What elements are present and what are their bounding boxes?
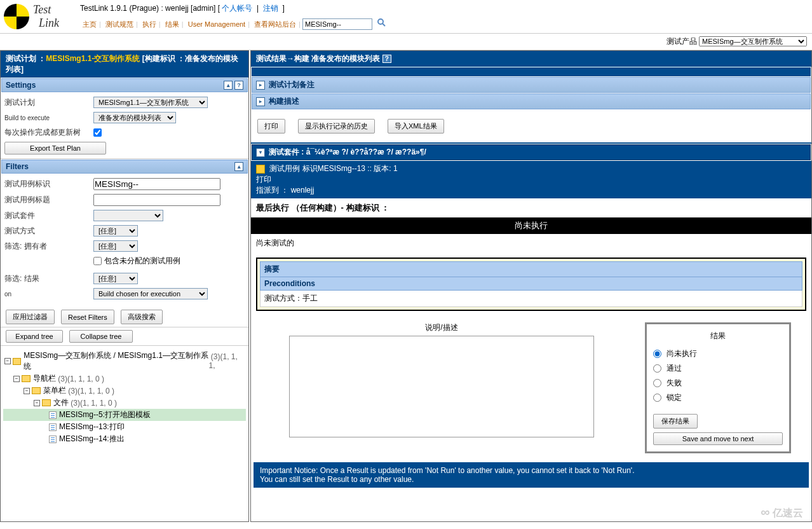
result-notrun-radio[interactable] [653,350,661,358]
print-button[interactable]: 打印 [257,119,285,134]
result-box: 结果 尚未执行 通过 失败 锁定 保存结果 Save and move to n… [645,322,791,453]
tree-leaf-5[interactable]: MESISmg--5:打开地图模板 [3,409,246,421]
logo-text: Test Link [33,3,59,30]
result-block-radio[interactable] [653,394,661,402]
save-result-button[interactable]: 保存结果 [653,414,698,429]
tree-toggle-icon[interactable]: − [4,358,11,364]
tree-root[interactable]: − MESISmg—交互制作系统 / MESISmg1.1—交互制作系统 (3)… [3,350,246,373]
tree-toggle-icon[interactable]: − [34,400,40,406]
plan-notes-bar[interactable]: ▸ 测试计划备注 [252,77,811,93]
tree-nav[interactable]: − 导航栏 (3)(1, 1, 1, 0 ) [3,373,246,385]
search-input[interactable] [302,18,372,30]
svg-point-0 [378,19,383,24]
nav-home[interactable]: 主页 [83,20,97,28]
not-run-bar: 尚未执行 [251,217,811,234]
folder-icon [13,358,22,365]
export-test-plan-button[interactable]: Export Test Plan [4,142,106,155]
advanced-search-button[interactable]: 高级搜索 [121,310,163,324]
import-xml-button[interactable]: 导入XML结果 [388,119,444,134]
precond-header: Preconditions [261,277,802,291]
tree-leaf-13[interactable]: MESISmg--13:打印 [3,421,246,433]
last-exec-title: 最后执行 （任何构建）- 构建标识 ： [251,198,811,217]
testcase-icon [256,165,265,174]
suite-label: 测试套件 [4,210,93,221]
result-filter-select[interactable]: [任意] [93,273,138,284]
tc-title-input[interactable] [93,194,220,206]
result-fail-radio[interactable] [653,379,661,387]
help-icon[interactable]: ? [382,55,391,63]
nav-result[interactable]: 结果 [165,20,179,28]
on-label: on [4,291,93,298]
tc-id-label: 测试用例标识 [4,179,93,189]
summary-box: 摘要 Preconditions 测试方式：手工 [256,258,806,311]
refresh-checkbox[interactable] [93,128,102,137]
testcase-icon [49,423,57,431]
show-history-button[interactable]: 显示执行记录的历史 [298,119,375,134]
description-textarea[interactable] [289,336,594,437]
product-label: 测试产品 [667,37,697,46]
right-panel: 测试结果→构建 准备发布的模块列表 ? ▸ 测试计划备注 ▸ 构建描述 打印 显… [250,50,812,522]
collapse-tree-button[interactable]: Collapse tree [69,330,133,343]
method-select[interactable]: [任意] [93,225,138,237]
product-bar: 测试产品 MESISmg—交互制作系统 [0,34,812,50]
logo-icon [4,4,29,29]
search-icon[interactable] [377,18,386,27]
unassigned-label: 包含未分配的测试用例 [104,256,180,266]
save-and-next-button[interactable]: Save and move to next [653,432,783,445]
reset-filter-button[interactable]: Reset Filters [61,310,114,324]
result-title: 结果 [653,331,783,341]
settings-section-header[interactable]: Settings ▴ ? [1,78,248,92]
tree-menu[interactable]: − 菜单栏 (3)(1, 1, 1, 0 ) [3,385,246,397]
collapse-icon[interactable]: ▾ [256,148,265,157]
testcase-icon [49,411,57,419]
expand-tree-button[interactable]: Expand tree [6,330,63,343]
build-desc-bar[interactable]: ▸ 构建描述 [252,93,811,109]
filters-section-header[interactable]: Filters ▴ [1,160,248,174]
testcase-icon [49,436,57,443]
build-select[interactable]: 准备发布的模块列表 [93,112,176,123]
unassigned-checkbox[interactable] [93,257,102,265]
left-panel-header: 测试计划 ：MESISmg1.1-交互制作系统 [构建标识 ：准备发布的模块列表… [1,51,248,78]
collapse-icon[interactable]: ▴ [234,162,243,171]
test-tree: − MESISmg—交互制作系统 / MESISmg1.1—交互制作系统 (3)… [1,346,248,449]
description-label: 说明/描述 [289,322,594,333]
method-label: 测试方式 [4,226,93,237]
nav-backend[interactable]: 查看网站后台 [254,20,296,28]
right-panel-header: 测试结果→构建 准备发布的模块列表 ? [251,51,811,67]
nav-spec[interactable]: 测试规范 [105,20,133,28]
expand-icon[interactable]: ▸ [256,97,265,106]
suite-bar[interactable]: ▾ 测试套件 : å¯¼è?ªæ ?/ è??å??æ ?/ æ??ä»¶/ [252,144,811,160]
folder-icon [22,375,30,382]
suite-select[interactable] [93,210,163,221]
nav-user-management[interactable]: User Management [188,20,246,28]
expand-icon[interactable]: ▸ [256,81,265,90]
watermark: ∞ 亿速云 [761,505,803,520]
nav-exec[interactable]: 执行 [142,20,156,28]
help-icon[interactable]: ? [234,81,243,90]
notice-box: Important Notice: Once a Result is updat… [254,462,809,488]
collapse-icon[interactable]: ▴ [224,81,233,90]
summary-header: 摘要 [261,262,802,277]
tc-id-input[interactable] [93,178,220,190]
result-pass-radio[interactable] [653,364,661,373]
tree-toggle-icon[interactable]: − [13,376,20,382]
app-title-line: TestLink 1.9.1 (Prague) : wenlejj [admin… [80,1,808,16]
build-label: Build to execute [4,114,93,121]
result-filter-label: 筛选: 结果 [4,273,93,284]
svg-line-1 [382,24,385,26]
test-plan-select[interactable]: MESISmg1.1—交互制作系统 [93,97,208,108]
logout-link[interactable]: 注销 [263,4,278,13]
product-select[interactable]: MESISmg—交互制作系统 [699,36,807,46]
tree-leaf-14[interactable]: MESISmg--14:推出 [3,433,246,445]
apply-filter-button[interactable]: 应用过滤器 [6,310,55,324]
my-account-link[interactable]: 个人帐号 [222,4,252,13]
folder-icon [42,399,51,406]
tree-toggle-icon[interactable]: − [24,388,30,394]
not-tested-text: 尚未测试的 [251,234,811,252]
tree-file[interactable]: − 文件 (3)(1, 1, 1, 0 ) [3,397,246,409]
tc-print-link[interactable]: 打印 [256,175,271,184]
owner-label: 筛选: 拥有者 [4,241,93,252]
on-select[interactable]: Build chosen for execution [93,288,208,299]
owner-select[interactable]: [任意] [93,240,138,252]
logo: Test Link [4,1,80,32]
